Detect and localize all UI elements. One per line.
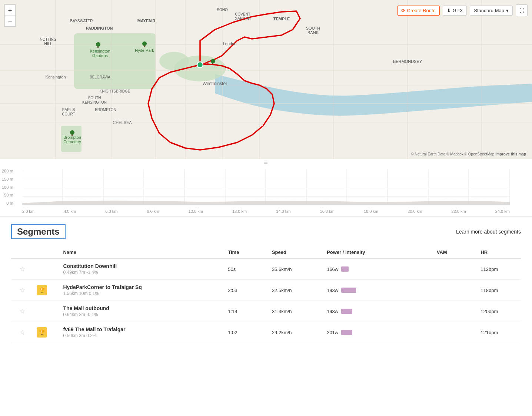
create-route-button[interactable]: ⟳ Create Route bbox=[397, 6, 440, 16]
trophy-icon: 🏆 bbox=[37, 327, 47, 338]
svg-text:MAYFAIR: MAYFAIR bbox=[137, 19, 156, 23]
segment-hr: 118bpm bbox=[477, 280, 521, 301]
y-label-100: 100 m bbox=[2, 185, 13, 189]
map-section: PADDINGTON NOTTING HILL BAYSWATER MAYFAI… bbox=[0, 0, 532, 159]
svg-rect-53 bbox=[72, 134, 73, 136]
segment-time: 50s bbox=[224, 258, 268, 280]
map-type-button[interactable]: Standard Map ▾ bbox=[470, 6, 513, 16]
svg-rect-55 bbox=[212, 63, 213, 64]
svg-text:NOTTING: NOTTING bbox=[40, 37, 57, 41]
segment-vam bbox=[433, 322, 477, 343]
svg-point-3 bbox=[159, 52, 189, 70]
power-bar bbox=[341, 266, 349, 272]
elevation-y-axis: 200 m 150 m 100 m 50 m 0 m bbox=[2, 169, 13, 205]
segment-speed: 35.6km/h bbox=[268, 258, 323, 280]
svg-text:KENSINGTON: KENSINGTON bbox=[82, 100, 107, 104]
segment-name-main[interactable]: HydeParkCorner to Trafalgar Sq bbox=[63, 284, 220, 290]
segment-speed: 29.2km/h bbox=[268, 322, 323, 343]
segment-name-cell: fv69 The Mall to Trafalgar0.50km 3m 0.2% bbox=[59, 322, 224, 343]
svg-text:GARDEN: GARDEN bbox=[235, 17, 251, 21]
svg-point-19 bbox=[197, 62, 203, 68]
segments-section: Segments Learn more about segments Name … bbox=[0, 217, 532, 350]
segment-power: 166w bbox=[323, 258, 433, 280]
fullscreen-button[interactable]: ⛶ bbox=[516, 4, 528, 16]
segment-name-cell: Constitution Downhill0.49km 7m -1.4% bbox=[59, 258, 224, 280]
zoom-in-button[interactable]: + bbox=[4, 4, 16, 16]
segment-name-sub: 0.64km 3m -0.1% bbox=[63, 312, 220, 317]
svg-rect-1 bbox=[74, 33, 156, 89]
y-label-50: 50 m bbox=[2, 193, 13, 197]
segment-name-main[interactable]: The Mall outbound bbox=[63, 305, 220, 311]
segments-table: Name Time Speed Power / Intensity VAM HR… bbox=[11, 246, 521, 343]
segment-name-sub: 0.50km 3m 0.2% bbox=[63, 333, 220, 338]
x-label: 14.0 km bbox=[276, 209, 290, 214]
create-route-icon: ⟳ bbox=[401, 8, 405, 13]
svg-rect-49 bbox=[97, 46, 99, 48]
power-bar bbox=[341, 309, 352, 314]
power-bar bbox=[341, 288, 356, 293]
power-value: 193w bbox=[327, 288, 338, 293]
x-label: 24.0 km bbox=[495, 209, 510, 214]
segment-vam bbox=[433, 280, 477, 301]
x-label: 22.0 km bbox=[451, 209, 466, 214]
svg-text:COVENT: COVENT bbox=[235, 12, 250, 16]
x-label: 18.0 km bbox=[364, 209, 378, 214]
svg-text:SOUTH: SOUTH bbox=[306, 26, 320, 30]
elevation-chart: 200 m 150 m 100 m 50 m 0 m bbox=[22, 169, 510, 205]
elevation-x-axis: 2.0 km 4.0 km 6.0 km 8.0 km 10.0 km 12.0… bbox=[22, 209, 510, 214]
col-header-star bbox=[11, 246, 33, 258]
segment-name-cell: HydeParkCorner to Trafalgar Sq1.56km 10m… bbox=[59, 280, 224, 301]
table-row: ☆The Mall outbound0.64km 3m -0.1%1:1431.… bbox=[11, 301, 521, 322]
svg-text:TEMPLE: TEMPLE bbox=[273, 17, 290, 21]
segment-name-cell: The Mall outbound0.64km 3m -0.1% bbox=[59, 301, 224, 322]
learn-more-link[interactable]: Learn more about segments bbox=[456, 229, 521, 235]
segment-name-sub: 0.49km 7m -1.4% bbox=[63, 270, 220, 275]
svg-text:SOHO: SOHO bbox=[217, 8, 228, 12]
x-label: 2.0 km bbox=[22, 209, 34, 214]
svg-text:Westminster: Westminster bbox=[203, 81, 227, 86]
segment-time: 1:14 bbox=[224, 301, 268, 322]
svg-text:PADDINGTON: PADDINGTON bbox=[86, 26, 113, 30]
star-button[interactable]: ☆ bbox=[19, 329, 25, 336]
svg-text:BANK: BANK bbox=[307, 30, 319, 35]
col-header-speed: Speed bbox=[268, 246, 323, 258]
star-button[interactable]: ☆ bbox=[19, 286, 25, 294]
svg-text:London: London bbox=[223, 41, 237, 46]
svg-point-52 bbox=[70, 130, 74, 135]
svg-text:BERMONDSEY: BERMONDSEY bbox=[393, 59, 422, 64]
map-svg: PADDINGTON NOTTING HILL BAYSWATER MAYFAI… bbox=[0, 0, 532, 159]
star-button[interactable]: ☆ bbox=[19, 265, 25, 273]
power-value: 201w bbox=[327, 330, 338, 335]
badge-cell bbox=[33, 258, 59, 280]
elevation-svg bbox=[22, 169, 510, 205]
y-label-150: 150 m bbox=[2, 177, 13, 181]
segment-name-main[interactable]: Constitution Downhill bbox=[63, 263, 220, 269]
x-label: 20.0 km bbox=[408, 209, 422, 214]
drag-handle[interactable]: ≡ bbox=[0, 159, 532, 165]
col-header-name: Name bbox=[59, 246, 224, 258]
segment-hr: 121bpm bbox=[477, 322, 521, 343]
x-label: 8.0 km bbox=[147, 209, 159, 214]
col-header-power: Power / Intensity bbox=[323, 246, 433, 258]
map-zoom-controls: + − bbox=[4, 4, 16, 27]
badge-cell: 🏆 bbox=[33, 280, 59, 301]
star-button[interactable]: ☆ bbox=[19, 308, 25, 315]
fullscreen-icon: ⛶ bbox=[519, 8, 524, 13]
segment-hr: 120bpm bbox=[477, 301, 521, 322]
segment-name-main[interactable]: fv69 The Mall to Trafalgar bbox=[63, 326, 220, 332]
badge-cell bbox=[33, 301, 59, 322]
svg-point-48 bbox=[96, 42, 100, 47]
zoom-out-button[interactable]: − bbox=[4, 16, 16, 27]
table-row: ☆Constitution Downhill0.49km 7m -1.4%50s… bbox=[11, 258, 521, 280]
gpx-button[interactable]: ⬇ GPX bbox=[443, 6, 467, 16]
svg-text:BELGRAVIA: BELGRAVIA bbox=[90, 75, 110, 79]
segment-time: 2:53 bbox=[224, 280, 268, 301]
segment-name-sub: 1.56km 10m 0.1% bbox=[63, 291, 220, 296]
badge-cell: 🏆 bbox=[33, 322, 59, 343]
svg-rect-51 bbox=[144, 46, 145, 47]
col-header-badge bbox=[33, 246, 59, 258]
power-value: 166w bbox=[327, 266, 338, 272]
y-label-0: 0 m bbox=[2, 201, 13, 205]
power-value: 198w bbox=[327, 309, 338, 314]
svg-text:BAYSWATER: BAYSWATER bbox=[70, 19, 93, 23]
